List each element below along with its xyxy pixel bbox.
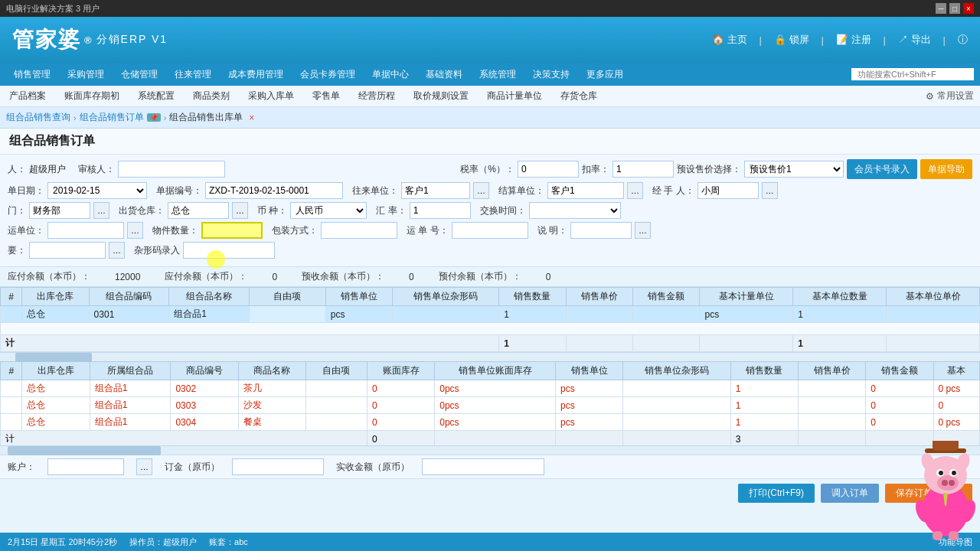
top-scrollbar[interactable]: [0, 352, 980, 361]
nav-more[interactable]: 更多应用: [579, 65, 631, 84]
home-link[interactable]: 🏠 主页: [712, 33, 747, 47]
subnav-retail[interactable]: 零售单: [309, 88, 343, 104]
transport-dots-button[interactable]: …: [127, 222, 143, 239]
bottom-scrollbar[interactable]: [0, 445, 980, 455]
total-qty: 1: [499, 335, 566, 352]
settle-input[interactable]: [547, 182, 624, 199]
date-label: 单日期：: [8, 184, 44, 197]
nav-cost[interactable]: 成本费用管理: [220, 65, 291, 84]
reviewer-input[interactable]: [118, 161, 225, 178]
note-dots-button[interactable]: …: [635, 222, 651, 239]
settings-button[interactable]: ⚙ 常用设置: [926, 90, 974, 103]
date-select[interactable]: 2019-02-15: [47, 182, 147, 199]
discount-input[interactable]: [612, 161, 674, 178]
handler-input[interactable]: [697, 182, 759, 199]
advance-label: 预付余额（本币）：: [439, 270, 521, 283]
warehouse-input[interactable]: [168, 202, 229, 219]
maximize-button[interactable]: □: [949, 3, 960, 14]
subnav-unit[interactable]: 商品计量单位: [484, 88, 545, 104]
subnav-purchase[interactable]: 采购入库单: [245, 88, 297, 104]
to-unit-dots-button[interactable]: …: [473, 182, 489, 199]
top-table-total: 计 1 1: [1, 335, 980, 352]
nav-basic[interactable]: 基础资料: [418, 65, 470, 84]
print-button[interactable]: 打印(Ctrl+F9): [738, 484, 815, 503]
bcol-unit: 销售单位: [556, 362, 623, 380]
info-link[interactable]: ⓘ: [958, 33, 968, 47]
nav-system[interactable]: 系统管理: [472, 65, 524, 84]
export-link[interactable]: ↗ 导出: [898, 33, 931, 47]
status-operator: 超级用户: [163, 536, 197, 548]
settle-dots-button[interactable]: …: [627, 182, 643, 199]
rate-input[interactable]: [410, 202, 471, 219]
nav-warehouse[interactable]: 仓储管理: [113, 65, 165, 84]
register-link[interactable]: 📝 注册: [836, 33, 871, 47]
price-select[interactable]: 预设售价1: [744, 161, 844, 178]
subnav-history[interactable]: 经营历程: [355, 88, 398, 104]
import-button[interactable]: 调入订单: [821, 484, 879, 503]
bottom-table: # 出库仓库 所属组合品 商品编号 商品名称 自由项 账面库存 销售单位账面库存…: [0, 361, 980, 445]
account-input[interactable]: [47, 458, 124, 475]
nav-purchase[interactable]: 采购管理: [60, 65, 112, 84]
close-button[interactable]: ×: [963, 3, 974, 14]
bottom-table-row[interactable]: 总仓 组合品1 0304 餐桌 0 0pcs pcs 1 0 0 pcs: [1, 414, 980, 431]
tax-input[interactable]: [518, 161, 579, 178]
waybill-input[interactable]: [452, 222, 528, 239]
subnav-sysconfig[interactable]: 系统配置: [135, 88, 178, 104]
nav-decision[interactable]: 决策支持: [525, 65, 577, 84]
dept-dots-button[interactable]: …: [93, 202, 109, 219]
breadcrumb-order[interactable]: 组合品销售订单: [80, 111, 144, 124]
form-row-1: 人： 超级用户 审核人： 税率（%）： 扣率： 预设售价选择： 预设售价1 会员…: [8, 159, 972, 179]
minimize-button[interactable]: ─: [936, 3, 946, 14]
save-button[interactable]: 保存订单（F6）: [885, 484, 972, 503]
handler-dots-button[interactable]: …: [762, 182, 778, 199]
help-button[interactable]: 单据导助: [920, 159, 972, 179]
required-input[interactable]: [29, 242, 106, 259]
bottom-table-row[interactable]: 总仓 组合品1 0303 沙发 0 0pcs pcs 1 0 0: [1, 397, 980, 414]
to-unit-input[interactable]: [401, 182, 470, 199]
bottom-table-row[interactable]: 总仓 组合品1 0302 茶几 0 0pcs pcs 1 0 0 pcs: [1, 380, 980, 397]
breadcrumb-pin[interactable]: 📌: [147, 113, 161, 122]
table-row[interactable]: 总仓 0301 组合品1 pcs 1 pcs 1: [1, 306, 980, 323]
top-scroll-thumb[interactable]: [15, 353, 92, 362]
nav-sales[interactable]: 销售管理: [6, 65, 58, 84]
required-dots-button[interactable]: …: [109, 242, 125, 259]
status-right[interactable]: 功能导图: [939, 536, 972, 548]
account-dots-button[interactable]: …: [136, 458, 152, 475]
cell-warehouse: 总仓: [22, 306, 89, 323]
title-bar: 电脑行业解决方案 3 用户 ─ □ ×: [0, 0, 980, 17]
nav-search-input[interactable]: [851, 68, 974, 80]
bcell-stock: 0: [367, 380, 434, 397]
nav-bills[interactable]: 单据中心: [364, 65, 416, 84]
col-price: 销售单价: [566, 288, 632, 306]
lock-link[interactable]: 🔒 锁屏: [774, 33, 809, 47]
dept-input[interactable]: [29, 202, 90, 219]
note-input[interactable]: [570, 222, 632, 239]
breadcrumb-query[interactable]: 组合品销售查询: [6, 111, 70, 124]
barcode-input[interactable]: [183, 242, 275, 259]
subnav-category[interactable]: 商品类别: [190, 88, 233, 104]
order-no-input[interactable]: [205, 182, 343, 199]
subnav-pricing[interactable]: 取价规则设置: [410, 88, 472, 104]
subnav-stock[interactable]: 账面库存期初: [61, 88, 122, 104]
package-input[interactable]: [321, 222, 397, 239]
discount-label: 扣率：: [582, 163, 609, 176]
vip-card-button[interactable]: 会员卡号录入: [847, 159, 917, 179]
currency-label: 币 种：: [257, 204, 287, 217]
nav-relations[interactable]: 往来管理: [167, 65, 219, 84]
order-input[interactable]: [232, 458, 324, 475]
breadcrumb-close[interactable]: ×: [249, 112, 254, 123]
currency-select[interactable]: 人民币: [290, 202, 367, 219]
window-controls[interactable]: ─ □ ×: [936, 3, 974, 14]
subnav-product[interactable]: 产品档案: [6, 88, 49, 104]
actual-input[interactable]: [422, 458, 544, 475]
subnav-inventory[interactable]: 存货仓库: [557, 88, 600, 104]
col-qty: 销售数量: [499, 288, 566, 306]
warehouse-dots-button[interactable]: …: [232, 202, 248, 219]
total-base-price: [887, 335, 980, 352]
transport-input[interactable]: [47, 222, 124, 239]
summary-row: 应付余额（本币）： 12000 应付余额（本币）： 0 预收余额（本币）： 0 …: [0, 267, 980, 287]
nav-member[interactable]: 会员卡券管理: [292, 65, 363, 84]
bottom-scroll-thumb[interactable]: [8, 446, 161, 455]
quantity-input[interactable]: [201, 222, 263, 239]
exchange-select[interactable]: [529, 202, 621, 219]
